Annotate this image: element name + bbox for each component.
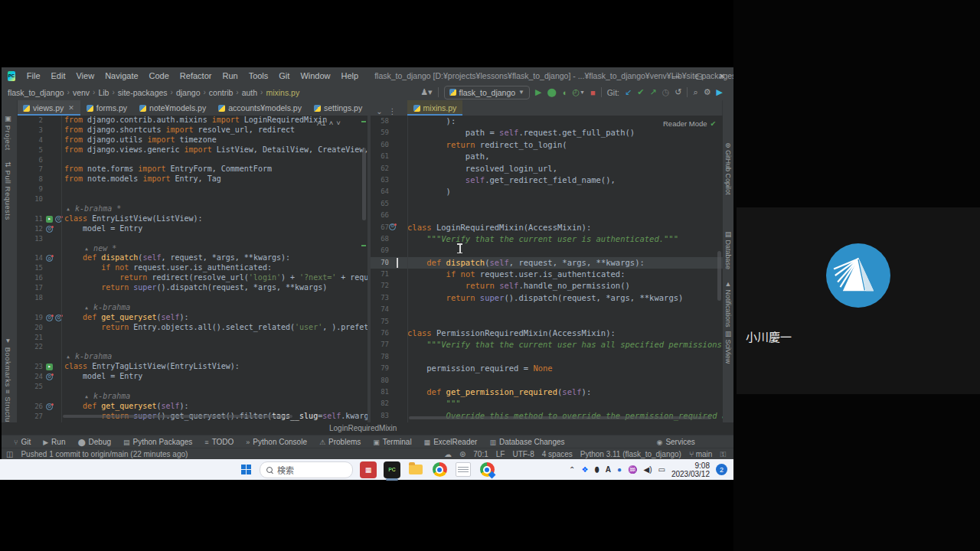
sidebar-item-bookmarks[interactable]: ▾ Bookmarks [4, 336, 12, 387]
run-button[interactable]: ▶ [535, 87, 541, 97]
minimize-button[interactable]: — [665, 67, 688, 84]
git-commit-button[interactable]: ✔ [637, 87, 644, 97]
line-number[interactable]: 78 [371, 351, 389, 363]
line-number[interactable]: 17 [17, 283, 43, 293]
layout-toggle-icon[interactable]: ◫ [6, 450, 13, 458]
line-number[interactable]: 74 [371, 304, 389, 315]
line-number[interactable]: 65 [371, 198, 389, 210]
tab-note-models-py[interactable]: note¥models.py [133, 100, 212, 116]
line-number[interactable]: 23 [17, 362, 43, 372]
cloud-sync-icon[interactable]: ☁ [444, 450, 452, 458]
line-number[interactable]: 11 [17, 214, 43, 224]
inspections-widget[interactable]: A1 ˄ ˅ [317, 119, 341, 127]
taskbar-clock[interactable]: 9:08 2023/03/12 [671, 461, 710, 478]
override-gutter-icon[interactable]: o [46, 403, 53, 410]
line-number[interactable]: 76 [371, 328, 389, 339]
search-everywhere-icon[interactable]: ⌕ [693, 87, 697, 97]
tab-settings-py[interactable]: settings.py [308, 100, 368, 116]
line-number[interactable]: 25 [17, 382, 43, 392]
editor-views-py[interactable]: 2from django.contrib.auth.mixins import … [17, 116, 368, 422]
line-number[interactable]: 63 [371, 174, 389, 186]
sidebar-item-sciview[interactable]: ▥ SciView [724, 330, 732, 364]
tab-close-icon[interactable]: ✕ [68, 104, 74, 112]
override-gutter-icon[interactable]: o [389, 223, 396, 230]
breadcrumb-item[interactable]: site-packages [118, 88, 168, 97]
chrome-profile-icon[interactable] [479, 461, 495, 478]
line-number[interactable]: 8 [17, 174, 43, 184]
override-gutter-icon[interactable]: o [46, 255, 53, 262]
breadcrumb-item[interactable]: mixins.py [266, 88, 299, 97]
line-number[interactable]: 15 [17, 263, 43, 273]
line-number[interactable]: 58 [371, 116, 389, 127]
microphone-icon[interactable]: ⬮ [594, 465, 599, 474]
line-number[interactable]: 24 [17, 372, 43, 382]
volume-icon[interactable]: ◀) [643, 465, 652, 474]
line-number[interactable]: 27 [17, 412, 43, 422]
screen-recorder-app-icon[interactable]: ▦ [360, 461, 377, 478]
chrome-icon[interactable] [431, 461, 448, 478]
breadcrumb-item[interactable]: contrib [209, 88, 234, 97]
tool-button-services[interactable]: ◉Services [657, 438, 695, 446]
menu-help[interactable]: Help [336, 71, 364, 80]
sidebar-item-project[interactable]: ▣ Project [4, 114, 12, 151]
tool-button-python-console[interactable]: »Python Console [246, 438, 307, 446]
menu-file[interactable]: File [21, 71, 46, 80]
breadcrumb-item[interactable]: flask_to_django [8, 88, 64, 97]
app-tray-ball-icon[interactable]: ● [617, 465, 622, 474]
menu-code[interactable]: Code [144, 71, 175, 80]
tray-expand-chevron-icon[interactable]: ⌃ [569, 465, 575, 474]
undo-button[interactable]: ↺ [675, 87, 681, 97]
line-number[interactable]: 16 [17, 273, 43, 283]
line-number[interactable]: 9 [17, 184, 43, 194]
right-editor-hscrollbar[interactable] [409, 416, 711, 419]
line-number[interactable]: 14 [17, 253, 43, 263]
run-gutter-icon[interactable]: ▸ [46, 216, 53, 223]
tool-button-git[interactable]: ⑂Git [14, 438, 31, 446]
breadcrumb-item[interactable]: django [176, 88, 201, 97]
override-gutter-icon[interactable]: o [46, 373, 53, 380]
tab-accounts-models-py[interactable]: accounts¥models.py [212, 100, 308, 116]
git-update-button[interactable]: ↙ [625, 87, 632, 97]
tab-forms-py[interactable]: forms.py [80, 100, 133, 116]
sidebar-item-pull-requests[interactable]: ⇅ Pull Requests [4, 161, 12, 220]
ime-mode-indicator[interactable]: A [606, 465, 611, 474]
line-number[interactable]: 82 [371, 398, 389, 409]
line-number[interactable]: 5 [17, 145, 43, 155]
line-number[interactable]: 13 [17, 234, 43, 244]
tool-button-python-packages[interactable]: ▤Python Packages [123, 438, 192, 446]
line-number[interactable]: 77 [371, 339, 389, 350]
git-branch[interactable]: ⑂ main [689, 450, 712, 458]
line-number[interactable]: 68 [371, 233, 389, 245]
settings-gear-icon[interactable]: ⚙ [704, 87, 711, 97]
editor-splitter[interactable] [368, 116, 371, 422]
battery-icon[interactable]: ▭ [658, 465, 665, 474]
file-encoding[interactable]: UTF-8 [512, 450, 534, 458]
editor-mixins-py[interactable]: 58 ):59 path = self.request.get_full_pat… [371, 116, 723, 422]
run-gutter-icon[interactable]: ▸ [46, 364, 53, 370]
tool-button-todo[interactable]: ≡TODO [204, 438, 234, 446]
tool-button-problems[interactable]: ⚠Problems [319, 438, 361, 446]
tab-mixins-py[interactable]: mixins.py [407, 100, 463, 116]
line-number[interactable]: 73 [371, 292, 389, 304]
scope-breadcrumb[interactable]: LoginRequiredMixin [329, 424, 397, 432]
tool-button-debug[interactable]: ⬤Debug [77, 438, 111, 446]
sidebar-item-database[interactable]: ▤ Database [724, 230, 732, 269]
git-push-button[interactable]: ↗ [649, 87, 656, 97]
line-number[interactable]: 4 [17, 135, 43, 145]
line-number[interactable]: 71 [371, 269, 389, 280]
taskbar-search-input[interactable]: 検索 [260, 461, 353, 478]
coverage-button[interactable]: ◖ [562, 88, 567, 97]
menu-refactor[interactable]: Refactor [175, 71, 217, 80]
hidden-tabs-chevron-icon[interactable]: ⌄ [376, 107, 382, 116]
line-number[interactable]: 62 [371, 163, 389, 174]
line-number[interactable]: 59 [371, 127, 389, 139]
line-number[interactable]: 83 [371, 410, 389, 422]
line-number[interactable]: 19 [17, 313, 43, 323]
line-number[interactable]: 3 [17, 126, 43, 135]
breadcrumb-item[interactable]: auth [242, 88, 257, 97]
prev-problem-chevron-icon[interactable]: ˄ [329, 119, 334, 127]
notification-count-badge[interactable]: 2 [716, 464, 727, 475]
left-editor-hscrollbar[interactable] [63, 415, 292, 418]
stop-button[interactable]: ■ [590, 88, 596, 97]
menu-git[interactable]: Git [273, 71, 295, 80]
